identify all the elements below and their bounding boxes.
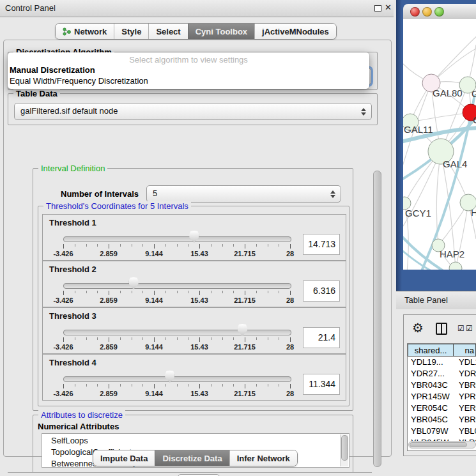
network-node[interactable] [449, 262, 462, 270]
popup-item-manual-discretization[interactable]: Manual Discretization [8, 65, 369, 75]
minimize-traffic-light-icon[interactable] [422, 7, 432, 17]
table-row[interactable]: YBL079WYBL0 [408, 426, 476, 437]
table-cell-name[interactable]: YPR1 [456, 391, 476, 403]
float-window-icon[interactable] [374, 5, 381, 12]
table-cell-name[interactable]: YER0 [456, 403, 476, 414]
close-traffic-light-icon[interactable] [410, 7, 420, 17]
table-row[interactable]: YDR27...YDR2 [408, 368, 476, 380]
slider-tick [256, 337, 257, 340]
slider-tick [142, 244, 143, 247]
table-row[interactable]: YPR145WYPR1 [408, 391, 476, 403]
table-row[interactable]: YER054CYER0 [408, 403, 476, 414]
threshold-value-field[interactable]: 14.713 [303, 234, 340, 255]
slider-tick-label: 28 [286, 250, 294, 257]
slider-tick [188, 337, 188, 340]
network-canvas[interactable]: GAL80GACGAL11GAL4GCY1HHAP2 [403, 19, 476, 270]
slider-tick [245, 244, 245, 249]
table-row[interactable]: YDL19...YDL1 [408, 357, 476, 368]
threshold-value-field[interactable]: 11.344 [303, 374, 340, 395]
slider-tick [290, 291, 291, 295]
slider-tick [120, 291, 121, 293]
slider-tick [132, 291, 132, 293]
table-cell-name[interactable]: YBR0 [456, 380, 476, 391]
attributes-scrollbar-thumb[interactable] [341, 435, 348, 461]
table-toolbar: ⚙ ☑ ☑ [404, 315, 476, 342]
tab-style-label: Style [121, 27, 141, 36]
table-row[interactable]: YBR045CYBR0 [408, 414, 476, 426]
number-of-intervals-combobox[interactable]: 5 [146, 185, 341, 203]
slider-track[interactable] [63, 236, 291, 242]
tab-select[interactable]: Select [148, 24, 187, 39]
tab-discretize-data[interactable]: Discretize Data [155, 450, 229, 466]
slider-tick [177, 244, 178, 247]
slider-tick-label: -3.426 [53, 296, 73, 304]
checkbox-icon[interactable]: ☑ [466, 324, 473, 333]
popup-item-equal-width-frequency[interactable]: Equal Width/Frequency Discretization [8, 75, 369, 86]
columns-icon[interactable] [436, 323, 447, 335]
table-cell-name[interactable]: YIL0 [456, 449, 476, 451]
slider-tick [222, 291, 223, 293]
table-row[interactable]: YIL052CYIL0 [408, 449, 476, 451]
table-cell-shared-name[interactable]: YBR045C [408, 414, 456, 426]
table-cell-shared-name[interactable]: YBL079W [408, 426, 456, 437]
slider-tick [245, 384, 245, 388]
slider-tick [63, 337, 64, 342]
table-cell-shared-name[interactable]: YDR27... [408, 368, 456, 380]
network-node-label: HAP2 [440, 249, 464, 259]
tab-style[interactable]: Style [114, 24, 148, 39]
column-header-shared-name[interactable]: shared... [408, 344, 454, 357]
tab-network[interactable]: Network [56, 24, 114, 39]
table-horizontal-scrollbar[interactable] [408, 441, 476, 449]
interval-definition-title: Interval Definition [38, 165, 107, 173]
table-cell-shared-name[interactable]: YDL19... [408, 357, 456, 368]
network-node-label: GA [472, 88, 476, 99]
cyni-toolbox-panel: Discretization Algorithm Table Data galF… [3, 40, 392, 457]
checkbox-icon[interactable]: ☑ [457, 324, 464, 333]
network-view-window: GAL80GACGAL11GAL4GCY1HHAP2 [396, 0, 476, 291]
table-data-combobox[interactable]: galFiltered.sif default node [14, 103, 372, 120]
slider-track[interactable] [63, 376, 291, 382]
table-horizontal-scrollbar-thumb[interactable] [410, 442, 467, 447]
control-panel-titlebar: Control Panel ✕ [0, 0, 394, 17]
slider-tick-label: 2.859 [100, 296, 118, 304]
table-cell-shared-name[interactable]: YPR145W [408, 391, 456, 403]
threshold-label: Threshold 4 [49, 358, 96, 367]
threshold-value-field[interactable]: 21.4 [303, 327, 340, 348]
column-header-name[interactable]: na [454, 344, 476, 357]
gear-icon[interactable]: ⚙ [412, 321, 424, 335]
tab-jactivemnodules[interactable]: jActiveMNodules [254, 24, 336, 39]
zoom-traffic-light-icon[interactable] [434, 7, 444, 17]
table-cell-shared-name[interactable]: YBR043C [408, 380, 456, 391]
tab-impute-data[interactable]: Impute Data [93, 450, 155, 466]
table-cell-name[interactable]: YBR0 [456, 414, 476, 426]
slider-track[interactable] [63, 330, 291, 335]
slider-tick [188, 244, 188, 247]
slider-tick [132, 384, 132, 387]
tab-infer-network[interactable]: Infer Network [229, 450, 297, 466]
slider-track[interactable] [63, 283, 291, 289]
thresholds-group: Threshold's Coordinates for 5 Intervals … [38, 206, 349, 406]
slider-tick-label: 9.144 [145, 296, 163, 304]
slider-tick [188, 291, 188, 293]
table-row[interactable]: YBR043CYBR0 [408, 380, 476, 391]
table-panel-title: Table Panel [404, 295, 448, 305]
main-scrollbar-thumb[interactable] [373, 171, 381, 467]
close-icon[interactable]: ✕ [385, 3, 392, 12]
table-cell-shared-name[interactable]: YER054C [408, 403, 456, 414]
slider-tick [120, 384, 121, 387]
attribute-list-item[interactable]: SelfLoops [42, 435, 349, 447]
table-cell-name[interactable]: YDL1 [456, 357, 476, 368]
threshold-value-field[interactable]: 6.316 [303, 280, 340, 302]
slider-tick [154, 244, 155, 249]
network-window-titlebar[interactable] [403, 4, 476, 20]
slider-tick [75, 384, 75, 387]
table-cell-shared-name[interactable]: YIL052C [408, 449, 456, 451]
table-cell-name[interactable]: YBL0 [456, 426, 476, 437]
table-cell-name[interactable]: YDR2 [456, 368, 476, 380]
slider-tick [222, 244, 223, 247]
slider-tick [154, 337, 155, 342]
attributes-scrollbar[interactable] [340, 434, 348, 466]
tab-cyni-toolbox[interactable]: Cyni Toolbox [188, 24, 254, 39]
slider-tick-label: 9.144 [145, 343, 163, 351]
network-node-label: GAL4 [443, 158, 467, 169]
